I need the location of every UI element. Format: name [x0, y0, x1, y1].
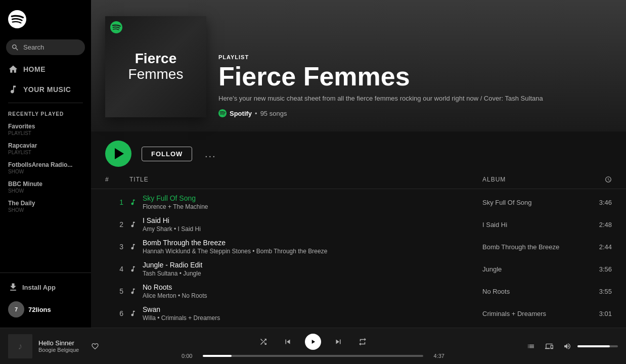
col-header-album: ALBUM: [482, 176, 573, 185]
recently-item-type: Show: [8, 169, 83, 174]
player-track-name[interactable]: Hello Sinner: [38, 339, 79, 347]
sidebar-divider: [8, 103, 83, 103]
player-buttons: [256, 334, 370, 350]
track-number: 5: [105, 287, 123, 295]
track-number: 4: [105, 265, 123, 273]
player-track-artist[interactable]: Boogie Belgique: [38, 347, 79, 353]
track-list-container: # TITLE ALBUM 1 Sky Full Of Song Florenc…: [91, 174, 626, 328]
music-track-icon: [129, 221, 137, 228]
playlist-description: Here's your new music cheat sheet from a…: [218, 94, 612, 104]
cover-spotify-icon: [110, 21, 122, 33]
user-name: 72lions: [28, 306, 51, 313]
music-track-icon: [129, 199, 137, 206]
table-row[interactable]: 2 I Said Hi Amy Shark • I Said Hi I Said…: [91, 213, 626, 236]
sidebar-item-home[interactable]: Home: [0, 59, 91, 79]
user-profile[interactable]: 7 72lions: [8, 301, 83, 317]
col-header-num: #: [105, 176, 123, 185]
recently-played-item[interactable]: FotbollsArena Radio... Show: [0, 158, 91, 177]
meta-spotify-icon: [218, 109, 227, 117]
sidebar-item-your-music[interactable]: Your Music: [0, 79, 91, 100]
track-details: Sky Full Of Song Florence + The Machine: [143, 194, 208, 210]
track-album[interactable]: I Said Hi: [482, 221, 573, 229]
recently-item-name: Favorites: [8, 123, 83, 130]
track-name: Sky Full Of Song: [143, 194, 208, 202]
track-name: No Roots: [143, 283, 207, 291]
table-row[interactable]: 1 Sky Full Of Song Florence + The Machin…: [91, 191, 626, 213]
playlist-header: Fierce Femmes Playlist Fierce Femmes Her…: [91, 0, 626, 131]
table-row[interactable]: 6 Swan Willa • Criminals + Dreamers Crim…: [91, 302, 626, 325]
play-pause-button[interactable]: [305, 334, 321, 350]
table-row[interactable]: 3 Bomb Through the Breeze Hannah Wicklun…: [91, 236, 626, 258]
install-app-button[interactable]: Install App: [8, 279, 83, 295]
follow-button[interactable]: FOLLOW: [142, 147, 192, 161]
controls-bar: FOLLOW ...: [91, 131, 626, 174]
playlist-type: Playlist: [218, 54, 612, 60]
track-artists: Florence + The Machine: [143, 203, 208, 210]
recently-item-type: Playlist: [8, 130, 83, 136]
search-section: [6, 39, 85, 55]
track-album[interactable]: No Roots: [482, 288, 573, 295]
track-album[interactable]: Sky Full Of Song: [482, 199, 573, 206]
download-icon: [8, 282, 18, 292]
track-details: Jungle - Radio Edit Tash Sultana • Jungl…: [143, 261, 202, 277]
playlist-play-button[interactable]: [105, 141, 131, 167]
track-duration: 3:55: [579, 288, 612, 295]
track-details: Swan Willa • Criminals + Dreamers: [143, 305, 220, 322]
table-row[interactable]: 4 Jungle - Radio Edit Tash Sultana • Jun…: [91, 258, 626, 280]
playlist-title: Fierce Femmes: [218, 63, 612, 89]
track-list-header: # TITLE ALBUM: [91, 174, 626, 189]
shuffle-button[interactable]: [256, 335, 271, 349]
track-number: 1: [105, 198, 123, 206]
recently-played-item[interactable]: Rapcaviar Playlist: [0, 139, 91, 158]
recently-played-item[interactable]: Favorites Playlist: [0, 120, 91, 139]
track-details: Bomb Through the Breeze Hannah Wicklund …: [143, 239, 327, 255]
player-bar: ♪ Hello Sinner Boogie Belgique: [0, 328, 626, 364]
playlist-brand: Spotify: [230, 110, 252, 117]
heart-button[interactable]: [89, 340, 101, 352]
track-list-body: 1 Sky Full Of Song Florence + The Machin…: [91, 191, 626, 328]
track-duration: 2:48: [579, 221, 612, 229]
music-track-icon: [129, 243, 137, 250]
volume-button[interactable]: [561, 340, 573, 352]
cover-text-line2: Femmes: [128, 67, 184, 82]
sidebar-bottom: Install App 7 72lions: [0, 272, 91, 328]
track-duration: 3:01: [579, 310, 612, 317]
progress-bar-container: 0:00 4:37: [182, 353, 444, 359]
track-album[interactable]: Jungle: [482, 265, 573, 273]
track-number: 3: [105, 243, 123, 251]
avatar: 7: [8, 301, 24, 317]
progress-fill: [203, 355, 232, 357]
more-options-button[interactable]: ...: [202, 146, 218, 162]
music-track-icon: [129, 310, 137, 317]
track-info: Swan Willa • Criminals + Dreamers: [129, 305, 476, 322]
progress-track[interactable]: [203, 355, 423, 357]
playlist-info: Playlist Fierce Femmes Here's your new m…: [218, 54, 612, 118]
track-info: Jungle - Radio Edit Tash Sultana • Jungl…: [129, 261, 476, 277]
devices-button[interactable]: [543, 340, 555, 352]
sidebar-your-music-label: Your Music: [23, 85, 71, 94]
player-controls: 0:00 4:37: [127, 334, 499, 359]
recently-played-item[interactable]: The Daily Show: [0, 197, 91, 216]
table-row[interactable]: 5 No Roots Alice Merton • No Roots No Ro…: [91, 280, 626, 302]
sidebar-home-label: Home: [23, 65, 46, 73]
recently-item-type: Show: [8, 188, 83, 194]
repeat-button[interactable]: [355, 335, 370, 349]
track-details: I Said Hi Amy Shark • I Said Hi: [143, 216, 201, 233]
music-note-icon: [8, 84, 18, 95]
spotify-logo[interactable]: [0, 0, 91, 35]
volume-fill: [577, 345, 610, 347]
recently-played-header: Recently PLAYED: [0, 106, 91, 120]
next-button[interactable]: [331, 335, 345, 349]
track-album[interactable]: Bomb Through the Breeze: [482, 243, 573, 251]
recently-item-name: BBC Minute: [8, 180, 83, 188]
track-album[interactable]: Criminals + Dreamers: [482, 310, 573, 317]
sidebar: Home Your Music Recently PLAYED Favorite…: [0, 0, 91, 328]
svg-text:♪: ♪: [18, 341, 23, 351]
recently-played-item[interactable]: BBC Minute Show: [0, 177, 91, 197]
user-initials: 7: [15, 306, 18, 312]
previous-button[interactable]: [281, 335, 295, 349]
track-info: Bomb Through the Breeze Hannah Wicklund …: [129, 239, 476, 255]
queue-button[interactable]: [525, 340, 537, 352]
volume-track[interactable]: [577, 345, 618, 347]
track-info: I Said Hi Amy Shark • I Said Hi: [129, 216, 476, 233]
